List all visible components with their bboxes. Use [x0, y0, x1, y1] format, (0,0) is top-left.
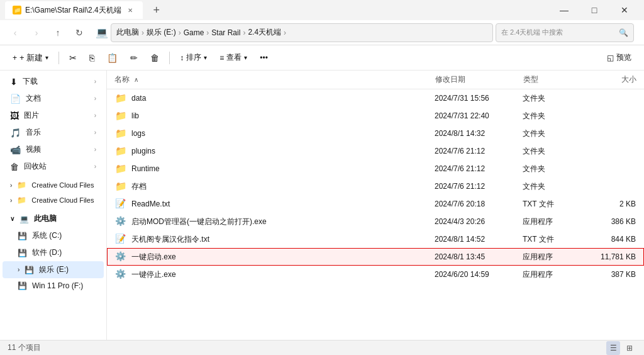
sidebar-item-download[interactable]: ⬇ 下载 ›	[3, 73, 104, 90]
file-name-cell: ⚙️ 一键停止.exe	[115, 269, 435, 280]
ent-expand-icon: ›	[18, 266, 19, 273]
exe-icon: ⚙️	[115, 216, 126, 227]
search-box[interactable]: 在 2.4天机端 中搜索 🔍	[496, 23, 634, 42]
delete-button[interactable]: 🗑	[145, 49, 164, 67]
view-controls: ☰ ⊞	[606, 341, 636, 355]
table-row[interactable]: 📁 lib 2024/7/31 22:40 文件夹	[107, 107, 644, 125]
breadcrumb-pc[interactable]: 此电脑	[116, 27, 139, 38]
sidebar-item-soft[interactable]: 💾 软件 (D:)	[3, 244, 104, 261]
header-type[interactable]: 类型	[523, 74, 586, 85]
sort-button[interactable]: ↕ 排序 ▾	[175, 49, 212, 67]
sidebar-label-cc2: Creative Cloud Files	[31, 196, 94, 204]
win11-icon: 💾	[18, 281, 27, 290]
cc2-expand-icon: ›	[10, 197, 12, 204]
copy-button[interactable]: ⎘	[84, 49, 99, 67]
exe-icon: ⚙️	[115, 251, 126, 262]
sort-label: 排序	[186, 52, 201, 63]
table-row[interactable]: ⚙️ 一键启动.exe 2024/8/1 13:45 应用程序 11,781 K…	[107, 248, 644, 266]
sidebar-item-win11[interactable]: 💾 Win 11 Pro (F:)	[3, 278, 104, 293]
header-date[interactable]: 修改日期	[435, 74, 523, 85]
more-button[interactable]: •••	[255, 49, 273, 67]
file-type-cell: 应用程序	[523, 269, 586, 280]
file-date-cell: 2024/8/1 14:32	[435, 129, 523, 138]
sidebar-item-cc2[interactable]: › 📁 Creative Cloud Files	[3, 193, 104, 208]
file-list-header: 名称 ∧ 修改日期 类型 大小	[107, 70, 644, 89]
rename-button[interactable]: ✏	[125, 49, 143, 67]
list-view-button[interactable]: ☰	[606, 341, 620, 355]
close-button[interactable]: ✕	[610, 0, 639, 20]
file-type-cell: 文件夹	[523, 111, 586, 121]
sidebar-label-pc: 此电脑	[34, 213, 57, 224]
file-name: 启动MOD管理器(一键启动之前打开).exe	[131, 217, 267, 227]
new-tab-button[interactable]: +	[148, 1, 165, 19]
new-button[interactable]: + + 新建 ▾	[8, 49, 53, 67]
sidebar-label-music: 音乐	[26, 127, 41, 138]
cc1-folder-icon: 📁	[17, 181, 26, 189]
file-date-cell: 2024/8/1 14:52	[435, 235, 523, 244]
sidebar-label-sys: 系统 (C:)	[32, 230, 62, 241]
preview-button[interactable]: ◱ 预览	[602, 49, 636, 67]
sidebar-label-pics: 图片	[24, 110, 39, 121]
table-row[interactable]: 📁 plugins 2024/7/6 21:12 文件夹	[107, 142, 644, 160]
separator-1	[58, 52, 59, 64]
sidebar-label-cc1: Creative Cloud Files	[31, 181, 94, 189]
sidebar-label-soft: 软件 (D:)	[32, 247, 62, 258]
table-row[interactable]: 📁 Runtime 2024/7/6 21:12 文件夹	[107, 160, 644, 178]
sidebar-item-music[interactable]: 🎵 音乐 ›	[3, 124, 104, 141]
sidebar-item-video[interactable]: 📹 视频 ›	[3, 141, 104, 158]
forward-button[interactable]: ›	[26, 23, 47, 43]
maximize-button[interactable]: □	[580, 0, 609, 20]
sidebar-item-cc1[interactable]: › 📁 Creative Cloud Files	[3, 178, 104, 193]
main-content: ⬇ 下载 › 📄 文档 › 🖼 图片 › 🎵 音乐 › 📹 视频 › 🗑 回收站…	[0, 70, 644, 340]
file-type-cell: TXT 文件	[523, 234, 586, 245]
tab-close-button[interactable]: ✕	[125, 5, 135, 15]
back-button[interactable]: ‹	[5, 23, 25, 43]
up-button[interactable]: ↑	[48, 23, 68, 43]
pc-section-icon: 💻	[19, 215, 29, 223]
sidebar-label-win11: Win 11 Pro (F:)	[32, 281, 83, 290]
table-row[interactable]: 📁 存档 2024/7/6 21:12 文件夹	[107, 178, 644, 195]
sidebar-item-pics[interactable]: 🖼 图片 ›	[3, 107, 104, 124]
ent-icon: 💾	[25, 266, 34, 274]
breadcrumb[interactable]: 此电脑 › 娱乐 (E:) › Game › Star Rail › 2.4天机…	[111, 23, 493, 42]
table-row[interactable]: 📁 logs 2024/8/1 14:32 文件夹	[107, 125, 644, 142]
view-button[interactable]: ≡ 查看 ▾	[214, 49, 252, 67]
file-date-cell: 2024/8/1 13:45	[435, 252, 523, 261]
refresh-button[interactable]: ↻	[69, 23, 89, 43]
table-row[interactable]: 📝 ReadMe.txt 2024/7/6 20:18 TXT 文件 2 KB	[107, 195, 644, 213]
sidebar-item-docs[interactable]: 📄 文档 ›	[3, 90, 104, 107]
file-type-cell: 文件夹	[523, 146, 586, 157]
header-name[interactable]: 名称 ∧	[114, 74, 435, 85]
sidebar-item-ent[interactable]: › 💾 娱乐 (E:)	[3, 261, 104, 278]
minimize-button[interactable]: —	[550, 0, 579, 20]
sort-indicator: ∧	[134, 76, 138, 83]
table-row[interactable]: 📁 data 2024/7/31 15:56 文件夹	[107, 89, 644, 107]
breadcrumb-current[interactable]: 2.4天机端	[248, 27, 281, 38]
txt-icon: 📝	[115, 198, 126, 210]
file-name-cell: ⚙️ 启动MOD管理器(一键启动之前打开).exe	[115, 216, 435, 227]
file-date-cell: 2024/7/31 15:56	[435, 94, 523, 103]
table-row[interactable]: ⚙️ 启动MOD管理器(一键启动之前打开).exe 2024/4/3 20:26…	[107, 213, 644, 230]
paste-button[interactable]: 📋	[102, 49, 123, 67]
sidebar-item-recycle[interactable]: 🗑 回收站 ›	[3, 158, 104, 175]
view-dropdown: ▾	[244, 54, 247, 61]
pc-expand-icon: ∨	[10, 215, 14, 222]
file-name: ReadMe.txt	[131, 200, 170, 208]
breadcrumb-drive[interactable]: 娱乐 (E:)	[147, 27, 176, 38]
breadcrumb-game[interactable]: Game	[184, 28, 204, 37]
sort-dropdown: ▾	[204, 54, 207, 61]
table-row[interactable]: 📝 天机阁专属汉化指令.txt 2024/8/1 14:52 TXT 文件 84…	[107, 230, 644, 248]
file-name: 天机阁专属汉化指令.txt	[131, 234, 209, 245]
sidebar-item-sys[interactable]: 💾 系统 (C:)	[3, 227, 104, 244]
cut-button[interactable]: ✂	[64, 49, 82, 67]
header-size[interactable]: 大小	[586, 74, 636, 85]
table-row[interactable]: ⚙️ 一键停止.exe 2024/6/20 14:59 应用程序 387 KB	[107, 266, 644, 283]
file-name-cell: 📝 ReadMe.txt	[115, 198, 435, 210]
file-size-cell: 844 KB	[586, 235, 636, 244]
sidebar-item-pc[interactable]: ∨ 💻 此电脑	[3, 210, 104, 227]
breadcrumb-starrail[interactable]: Star Rail	[211, 28, 240, 37]
grid-view-button[interactable]: ⊞	[623, 341, 636, 355]
search-placeholder: 在 2.4天机端 中搜索	[501, 28, 563, 37]
arrow-recycle: ›	[94, 163, 96, 170]
file-name-cell: 📁 lib	[115, 110, 435, 121]
